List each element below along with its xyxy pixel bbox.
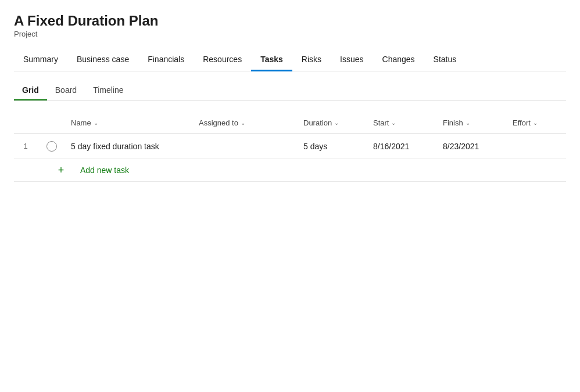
row-number: 1 (14, 137, 37, 155)
header-name[interactable]: Name ⌄ (66, 116, 194, 130)
add-task-icon: + (58, 165, 65, 175)
subtab-board[interactable]: Board (47, 81, 85, 100)
task-assigned-to[interactable] (194, 142, 299, 151)
task-duration: 5 days (299, 137, 368, 156)
table-row[interactable]: 1 5 day fixed duration task 5 days 8/16/… (14, 134, 566, 159)
start-sort-icon: ⌄ (391, 120, 396, 126)
sub-nav-container: Grid Board Timeline (14, 71, 566, 101)
sub-nav: Grid Board Timeline (14, 71, 566, 100)
tab-status[interactable]: Status (424, 49, 466, 71)
tab-risks[interactable]: Risks (292, 49, 331, 71)
header-effort[interactable]: Effort ⌄ (508, 116, 566, 130)
task-grid: Name ⌄ Assigned to ⌄ Duration ⌄ Start ⌄ … (14, 113, 566, 182)
finish-sort-icon: ⌄ (466, 120, 470, 126)
subtab-timeline[interactable]: Timeline (85, 81, 131, 100)
duration-sort-icon: ⌄ (334, 120, 339, 126)
task-finish: 8/23/2021 (438, 137, 508, 156)
tab-summary[interactable]: Summary (14, 49, 67, 71)
tab-business-case[interactable]: Business case (67, 49, 138, 71)
tab-changes[interactable]: Changes (373, 49, 424, 71)
tab-resources[interactable]: Resources (194, 49, 251, 71)
header-checkbox-col (37, 116, 66, 130)
task-name[interactable]: 5 day fixed duration task (66, 137, 194, 156)
add-task-row[interactable]: + Add new task (14, 159, 566, 182)
subtab-grid[interactable]: Grid (14, 81, 47, 100)
header-finish[interactable]: Finish ⌄ (438, 116, 508, 130)
assigned-sort-icon: ⌄ (241, 120, 245, 126)
add-task-label: Add new task (80, 166, 129, 175)
task-circle (46, 141, 57, 152)
name-sort-icon: ⌄ (94, 120, 98, 126)
main-nav: Summary Business case Financials Resourc… (14, 49, 566, 71)
tab-financials[interactable]: Financials (138, 49, 194, 71)
effort-sort-icon: ⌄ (533, 120, 538, 126)
tab-issues[interactable]: Issues (331, 49, 373, 71)
task-start: 8/16/2021 (368, 137, 438, 156)
project-subtitle: Project (14, 30, 566, 38)
page-wrapper: A Fixed Duration Plan Project Summary Bu… (0, 0, 580, 182)
tab-tasks[interactable]: Tasks (251, 49, 292, 71)
grid-header: Name ⌄ Assigned to ⌄ Duration ⌄ Start ⌄ … (14, 113, 566, 134)
header-number-col (14, 116, 37, 130)
header-start[interactable]: Start ⌄ (368, 116, 438, 130)
header-assigned-to[interactable]: Assigned to ⌄ (194, 116, 299, 130)
project-title: A Fixed Duration Plan (14, 12, 566, 30)
task-effort (508, 142, 566, 151)
header-duration[interactable]: Duration ⌄ (299, 116, 368, 130)
task-status-icon[interactable] (37, 136, 66, 156)
